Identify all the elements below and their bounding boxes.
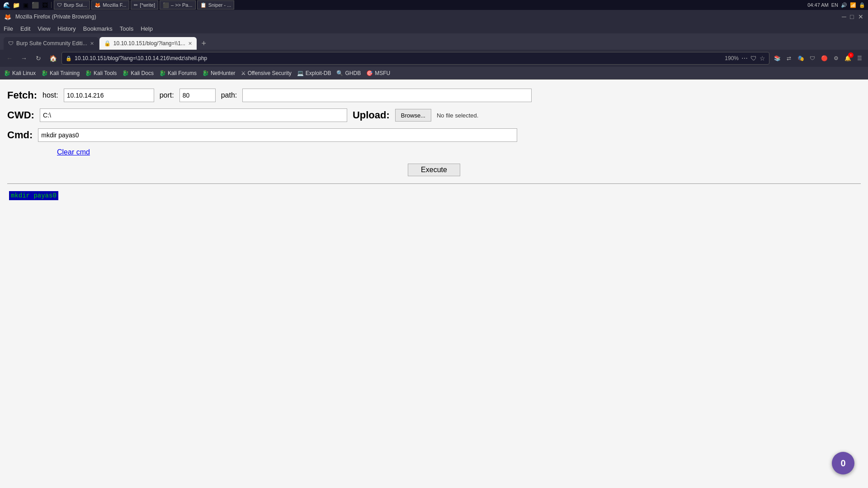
path-input[interactable] — [242, 89, 532, 102]
home-button[interactable]: 🏠 — [47, 52, 59, 64]
shell-page: Fetch: host: port: path: CWD: Upload: Br… — [0, 80, 868, 213]
execute-container: Execute — [7, 164, 861, 176]
kali-docs-label: Kali Docs — [131, 70, 154, 76]
tab-add-button[interactable]: + — [198, 37, 210, 50]
msfu-label: MSFU — [375, 70, 390, 76]
menu-tools[interactable]: Tools — [120, 25, 133, 32]
kali-tools-label: Kali Tools — [94, 70, 117, 76]
window-controls: ─ □ ✕ — [842, 14, 864, 20]
extension1-icon[interactable]: 🔴 — [819, 53, 829, 63]
shield2-icon[interactable]: 🛡 — [807, 53, 817, 63]
taskbar-firefox[interactable]: 🦊 Mozilla F... — [91, 0, 129, 9]
bookmark-msfu[interactable]: 🎯 MSFU — [366, 70, 390, 76]
tab-bar: 🛡 Burp Suite Community Editi... ✕ 🔒 10.1… — [0, 33, 868, 50]
menu-file[interactable]: File — [4, 25, 13, 32]
tab-burpsuite-close[interactable]: ✕ — [90, 41, 94, 47]
bookmark-kali-linux[interactable]: 🐉 Kali Linux — [4, 70, 36, 76]
fetch-row: Fetch: host: port: path: — [7, 89, 861, 102]
bookmark-exploit-db[interactable]: 💻 Exploit-DB — [297, 70, 331, 76]
clear-cmd-link[interactable]: Clear cmd — [57, 148, 90, 156]
close-button[interactable]: ✕ — [858, 14, 864, 20]
tab-shell[interactable]: 🔒 10.10.10.151/blog/?lang=\\1... ✕ — [99, 37, 197, 50]
app-icon-5[interactable]: 🖼 — [41, 1, 49, 9]
bookmark-kali-forums[interactable]: 🐉 Kali Forums — [159, 70, 197, 76]
fetch-label: Fetch: — [7, 89, 37, 101]
app-icon-4[interactable]: ⬛ — [31, 1, 39, 9]
page-content: Fetch: host: port: path: CWD: Upload: Br… — [0, 80, 868, 488]
bookmark-offensive-security[interactable]: ⚔ Offensive Security — [241, 70, 292, 76]
nav-right-icons: 📚 ⇄ 🎭 🛡 🔴 ⚙ 🔔 ! ☰ — [772, 53, 864, 63]
ghdb-icon: 🔍 — [336, 70, 343, 76]
title-bar: 🦊 Mozilla Firefox (Private Browsing) ─ □… — [0, 10, 868, 23]
tab-shell-close[interactable]: ✕ — [188, 41, 192, 47]
bookmark-ghdb[interactable]: 🔍 GHDB — [336, 70, 361, 76]
write-label: [*write] — [140, 2, 155, 8]
back-button[interactable]: ← — [4, 52, 15, 64]
menu-bookmarks[interactable]: Bookmarks — [83, 25, 113, 32]
menu-icon[interactable]: ☰ — [854, 53, 864, 63]
kali-forums-label: Kali Forums — [168, 70, 197, 76]
shield-icon[interactable]: 🛡 — [750, 55, 757, 62]
msfu-icon: 🎯 — [366, 70, 373, 76]
sniper-icon: 📋 — [200, 2, 207, 8]
extension2-icon[interactable]: ⚙ — [831, 53, 841, 63]
menu-edit[interactable]: Edit — [20, 25, 30, 32]
taskbar-sniper[interactable]: 📋 Sniper - ... — [197, 0, 235, 9]
bookmark-nethunter[interactable]: 🐉 NetHunter — [202, 70, 236, 76]
kali-tools-icon: 🐉 — [85, 70, 92, 76]
exploit-db-label: Exploit-DB — [306, 70, 331, 76]
write-icon: ✏ — [134, 2, 138, 8]
taskbar-write[interactable]: ✏ [*write] — [131, 0, 158, 9]
minimize-button[interactable]: ─ — [842, 14, 848, 20]
offensive-security-icon: ⚔ — [241, 70, 246, 76]
tab-burpsuite-label: Burp Suite Community Editi... — [16, 40, 87, 47]
menu-history[interactable]: History — [57, 25, 75, 32]
sniper-label: Sniper - ... — [208, 2, 231, 8]
menu-help[interactable]: Help — [141, 25, 153, 32]
library-icon[interactable]: 📚 — [772, 53, 782, 63]
upload-label: Upload: — [353, 109, 390, 121]
network-icon: 📶 — [850, 2, 856, 8]
app-icon-1[interactable]: 🌊 — [3, 1, 11, 9]
taskbar-right: 04:47 AM EN 🔊 📶 🔒 — [807, 2, 865, 8]
sync-icon[interactable]: ⇄ — [784, 53, 794, 63]
cmd-label: Cmd: — [7, 129, 33, 141]
private-icon[interactable]: 🎭 — [796, 53, 806, 63]
output-area: mkdir payas0 — [7, 188, 861, 204]
kali-training-icon: 🐉 — [41, 70, 48, 76]
nav-bar: ← → ↻ 🏠 🔒 10.10.10.151/blog/?lang=\10.10… — [0, 50, 868, 67]
cwd-input[interactable] — [40, 108, 347, 122]
cmd-input[interactable] — [38, 128, 517, 142]
host-label: host: — [42, 91, 58, 99]
kali-linux-icon: 🐉 — [4, 70, 10, 76]
reload-button[interactable]: ↻ — [33, 52, 44, 64]
port-label: port: — [160, 91, 174, 99]
browse-button[interactable]: Browse... — [395, 109, 431, 122]
bookmark-kali-docs[interactable]: 🐉 Kali Docs — [122, 70, 154, 76]
kali-training-label: Kali Training — [50, 70, 80, 76]
port-input[interactable] — [179, 89, 216, 102]
app-icon-2[interactable]: 📁 — [12, 1, 20, 9]
url-bar-container[interactable]: 🔒 10.10.10.151/blog/?lang=\10.10.14.216\… — [61, 52, 769, 65]
lock-icon: 🔒 — [859, 2, 865, 8]
float-button[interactable]: 0 — [832, 452, 854, 474]
cwd-upload-row: CWD: Upload: Browse... No file selected. — [7, 108, 861, 122]
app-icon-3[interactable]: ▣ — [22, 1, 30, 9]
burpsuite-label: Burp Sui... — [64, 2, 87, 8]
menu-bar: File Edit View History Bookmarks Tools H… — [0, 23, 868, 33]
maximize-button[interactable]: □ — [850, 14, 856, 20]
tab-burpsuite[interactable]: 🛡 Burp Suite Community Editi... ✕ — [4, 37, 99, 50]
host-input[interactable] — [64, 89, 154, 102]
no-file-label: No file selected. — [437, 112, 479, 119]
execute-button[interactable]: Execute — [408, 164, 460, 176]
taskbar-burpsuite[interactable]: 🛡 Burp Sui... — [54, 0, 90, 9]
notifications-icon[interactable]: 🔔 ! — [843, 53, 853, 63]
star-icon[interactable]: ☆ — [760, 55, 765, 62]
cmd-row: Cmd: — [7, 128, 861, 142]
bookmark-kali-training[interactable]: 🐉 Kali Training — [41, 70, 80, 76]
taskbar-terminal[interactable]: ⬛ – >> Pa... — [160, 0, 196, 9]
bookmark-kali-tools[interactable]: 🐉 Kali Tools — [85, 70, 117, 76]
url-more-icon[interactable]: ⋯ — [741, 55, 748, 62]
menu-view[interactable]: View — [38, 25, 50, 32]
forward-button[interactable]: → — [18, 52, 30, 64]
